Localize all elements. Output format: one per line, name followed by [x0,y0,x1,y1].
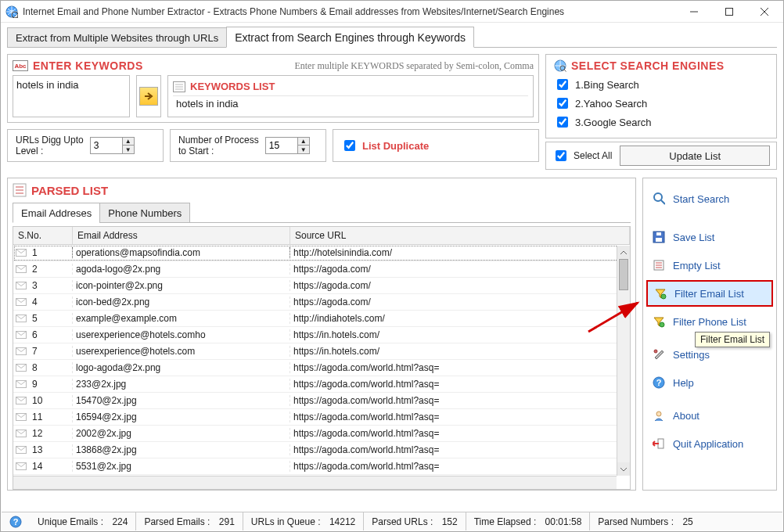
results-table[interactable]: S.No. Email Address Source URL 1operatio… [13,226,631,490]
process-count-spinner[interactable]: ▲▼ [265,137,310,154]
abc-icon: Abc [13,60,28,71]
cell-sno: 3 [29,280,73,291]
table-row[interactable]: 3icon-pointer@2x.pnghttps://agoda.com/ [13,278,630,294]
horizontal-scrollbar[interactable] [13,476,617,489]
about-button[interactable]: About [646,402,773,429]
cell-email: userexperience@hotels.comho [73,329,290,340]
engine-bing[interactable]: 1.Bing Search [554,75,768,94]
scroll-down-icon[interactable] [617,462,630,476]
empty-list-button[interactable]: Empty List [646,252,773,279]
cell-email: icon-bed@2x.png [73,297,290,307]
table-row[interactable]: 1operations@mapsofindia.comhttp://hotels… [13,245,630,261]
settings-icon [653,348,665,361]
minimize-button[interactable] [676,1,711,23]
table-row[interactable]: 2agoda-logo@2x.pnghttps://agoda.com/ [13,261,630,278]
status-parsed-urls-value: 152 [442,516,458,527]
process-count-label: Number of Process to Start : [178,135,259,156]
table-row[interactable]: 122002@2x.jpghttps://agoda.com/world.htm… [13,426,630,442]
cell-email: example@example.com [73,313,290,324]
status-parsed-urls-label: Parsed URLs : [372,516,433,527]
status-parsed-emails-label: Parsed Emails : [144,516,210,527]
tab-email-addresses[interactable]: Email Addreses [13,203,100,223]
svg-text:?: ? [13,517,19,527]
tab-extract-urls[interactable]: Extract from Multiple Websites through U… [7,27,227,48]
quit-button[interactable]: Quit Application [646,430,773,457]
filter-icon [653,315,665,328]
cell-url: http://indiahotels.com/ [290,313,630,324]
keywords-list[interactable]: hotels in india [173,95,528,112]
table-row[interactable]: 7userexperience@hotels.comhttps://in.hot… [13,343,630,360]
cell-sno: 4 [29,297,73,307]
vertical-scrollbar[interactable] [617,246,630,476]
cell-sno: 11 [29,412,73,422]
svg-point-44 [661,294,666,299]
engine-google[interactable]: 3.Google Search [554,113,768,131]
tab-extract-keywords[interactable]: Extract from Search Engines through Keyw… [226,27,474,48]
cell-email: userexperience@hotels.com [73,346,290,357]
digg-level-spinner[interactable]: ▲▼ [90,137,135,154]
cell-sno: 14 [29,461,73,472]
filter-phone-list-button[interactable]: Filter Phone List [646,308,773,335]
cell-email: icon-pointer@2x.png [73,280,290,291]
table-row[interactable]: 1116594@2x.jpghttps://agoda.com/world.ht… [13,409,630,426]
col-sno[interactable]: S.No. [13,227,73,244]
cell-sno: 10 [29,395,73,406]
chevron-up-icon[interactable]: ▲ [123,138,134,146]
mail-icon [13,315,29,322]
chevron-down-icon[interactable]: ▼ [123,146,134,153]
status-unique-emails-value: 224 [112,516,128,527]
quit-icon [653,437,665,450]
cell-email: 5531@2x.jpg [73,461,290,472]
col-url[interactable]: Source URL [290,227,630,244]
keywords-input[interactable]: hotels in india [13,75,130,117]
table-row[interactable]: 8logo-agoda@2x.pnghttps://agoda.com/worl… [13,360,630,376]
chevron-down-icon[interactable]: ▼ [298,146,309,153]
list-duplicate-checkbox[interactable] [344,140,355,151]
save-list-button[interactable]: Save List [646,224,773,250]
add-keyword-button[interactable] [136,75,161,117]
help-icon[interactable]: ? [9,516,22,528]
scroll-up-icon[interactable] [617,246,630,259]
globe-search-icon [554,59,566,72]
help-button[interactable]: ? Help [646,369,773,396]
cell-url: https://agoda.com/world.html?asq= [290,395,630,406]
close-button[interactable] [746,1,782,23]
table-row[interactable]: 9233@2x.jpghttps://agoda.com/world.html?… [13,376,630,393]
help-icon: ? [653,376,665,389]
svg-point-46 [654,350,657,353]
table-row[interactable]: 145531@2x.jpghttps://agoda.com/world.htm… [13,458,630,475]
enter-keywords-title: ENTER KEYWORDS [33,59,143,72]
start-search-button[interactable]: Start Search [646,183,773,214]
maximize-button[interactable] [711,1,746,23]
table-row[interactable]: 6userexperience@hotels.comhohttps://in.h… [13,327,630,343]
mail-icon [13,331,29,339]
mail-icon [13,282,29,289]
svg-point-35 [654,193,662,201]
update-list-button[interactable]: Update List [620,146,770,166]
cell-sno: 9 [29,379,73,390]
chevron-up-icon[interactable]: ▲ [298,138,309,146]
cell-url: https://agoda.com/world.html?asq= [290,428,630,439]
cell-email: 16594@2x.jpg [73,412,290,422]
engine-yahoo[interactable]: 2.Yahoo Search [554,94,768,113]
status-urls-queue-value: 14212 [329,516,355,527]
scrollbar-thumb[interactable] [619,259,628,290]
svg-line-36 [661,200,665,204]
filter-email-list-button[interactable]: Filter Email List [646,280,773,307]
tab-phone-numbers[interactable]: Phone Numbers [99,203,190,223]
svg-line-15 [565,70,566,72]
svg-text:?: ? [656,378,662,387]
select-all-engines[interactable]: Select All [552,148,612,164]
table-row[interactable]: 4icon-bed@2x.pnghttps://agoda.com/ [13,294,630,311]
mail-icon [13,298,29,306]
table-row[interactable]: 1015470@2x.jpghttps://agoda.com/world.ht… [13,393,630,409]
cell-sno: 6 [29,329,73,340]
cell-url: https://agoda.com/world.html?asq= [290,362,630,373]
status-parsed-numbers-value: 25 [682,516,692,527]
table-row[interactable]: 1313868@2x.jpghttps://agoda.com/world.ht… [13,442,630,458]
status-parsed-numbers-label: Parsed Numbers : [598,516,674,527]
col-email[interactable]: Email Address [73,227,290,244]
table-row[interactable]: 5example@example.comhttp://indiahotels.c… [13,311,630,327]
mail-icon [13,446,29,454]
main-tabs: Extract from Multiple Websites through U… [7,26,777,48]
